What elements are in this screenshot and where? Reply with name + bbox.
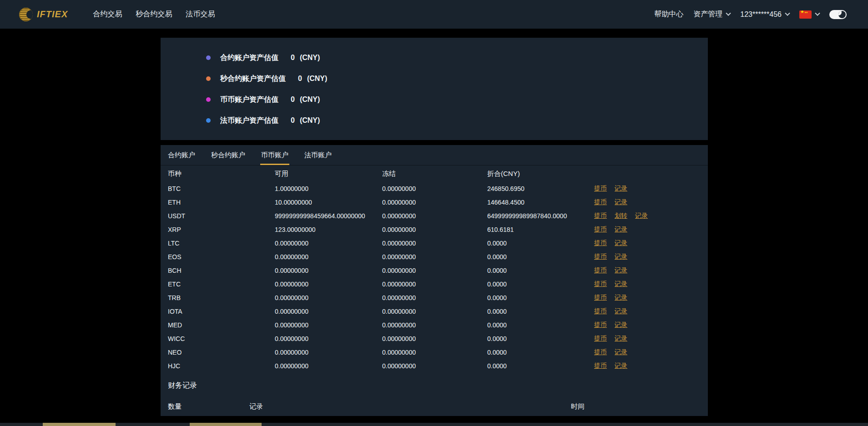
- withdraw-link[interactable]: 提币: [594, 212, 607, 220]
- tab-coin-account[interactable]: 币币账户: [261, 145, 288, 165]
- record-link[interactable]: 记录: [615, 307, 627, 316]
- coin-name: XRP: [168, 226, 275, 233]
- available-value: 0.00000000: [275, 349, 382, 356]
- withdraw-link[interactable]: 提币: [594, 185, 607, 193]
- available-value: 123.00000000: [275, 226, 382, 233]
- assets-menu[interactable]: 资产管理: [693, 10, 730, 19]
- coin-name: IOTA: [168, 308, 275, 315]
- records-header-amount: 数量: [168, 402, 249, 411]
- coin-name: ETH: [168, 199, 275, 206]
- withdraw-link[interactable]: 提币: [594, 226, 607, 234]
- coin-logo-icon: [19, 8, 33, 21]
- cny-value: 0.0000: [487, 281, 594, 288]
- table-row: BTC 1.00000000 0.00000000 246850.6950 提币…: [168, 182, 701, 195]
- fiat-account-dot-icon: [206, 118, 211, 123]
- frozen-value: 0.00000000: [382, 294, 487, 301]
- row-actions: 提币 记录: [594, 362, 701, 370]
- withdraw-link[interactable]: 提币: [594, 198, 607, 206]
- record-link[interactable]: 记录: [615, 362, 627, 370]
- assets-menu-label: 资产管理: [693, 10, 722, 19]
- main-nav: 合约交易 秒合约交易 法币交易: [93, 10, 215, 19]
- frozen-value: 0.00000000: [382, 240, 487, 247]
- summary-row-fiat: 法币账户资产估值 0 (CNY): [206, 110, 708, 131]
- table-row: XRP 123.00000000 0.00000000 610.6181 提币 …: [168, 223, 701, 236]
- coin-account-value: 0: [291, 95, 295, 104]
- frozen-value: 0.00000000: [382, 226, 487, 233]
- table-row: HJC 0.00000000 0.00000000 0.0000 提币 记录: [168, 359, 701, 373]
- withdraw-link[interactable]: 提币: [594, 321, 607, 329]
- header-coin: 币种: [168, 170, 275, 178]
- row-actions: 提币 记录: [594, 280, 701, 288]
- table-row: USDT 99999999998459664.00000000 0.000000…: [168, 209, 701, 223]
- withdraw-link[interactable]: 提币: [594, 280, 607, 288]
- cny-value: 146648.4500: [487, 199, 594, 206]
- header-cny: 折合(CNY): [487, 170, 594, 178]
- nav-item-second-contract-trade[interactable]: 秒合约交易: [136, 10, 172, 19]
- page: IFTIEX 合约交易 秒合约交易 法币交易 帮助中心 资产管理 123****…: [0, 0, 868, 426]
- coin-name: USDT: [168, 212, 275, 220]
- frozen-value: 0.00000000: [382, 185, 487, 192]
- record-link[interactable]: 记录: [615, 348, 627, 356]
- frozen-value: 0.00000000: [382, 212, 487, 220]
- withdraw-link[interactable]: 提币: [594, 266, 607, 275]
- row-actions: 提币 记录: [594, 185, 701, 193]
- frozen-value: 0.00000000: [382, 349, 487, 356]
- second-contract-value: 0: [298, 75, 302, 83]
- frozen-value: 0.00000000: [382, 308, 487, 315]
- withdraw-link[interactable]: 提币: [594, 362, 607, 370]
- contract-dot-icon: [206, 55, 211, 60]
- tab-contract-account[interactable]: 合约账户: [168, 145, 195, 165]
- record-link[interactable]: 记录: [615, 266, 627, 275]
- wallet-rows: BTC 1.00000000 0.00000000 246850.6950 提币…: [168, 182, 701, 373]
- chevron-down-icon: [726, 10, 731, 15]
- nav-item-contract-trade[interactable]: 合约交易: [93, 10, 122, 19]
- frozen-value: 0.00000000: [382, 267, 487, 274]
- cny-value: 610.6181: [487, 226, 594, 233]
- coin-name: HJC: [168, 362, 275, 370]
- theme-toggle[interactable]: [829, 10, 847, 19]
- record-link[interactable]: 记录: [615, 335, 627, 343]
- nav-item-fiat-trade[interactable]: 法币交易: [186, 10, 215, 19]
- record-link[interactable]: 记录: [615, 294, 627, 302]
- record-link[interactable]: 记录: [615, 239, 627, 247]
- row-actions: 提币 记录: [594, 294, 701, 302]
- withdraw-link[interactable]: 提币: [594, 239, 607, 247]
- withdraw-link[interactable]: 提币: [594, 335, 607, 343]
- record-link[interactable]: 记录: [615, 185, 627, 193]
- language-selector[interactable]: ★ ★★: [799, 10, 819, 19]
- available-value: 0.00000000: [275, 335, 382, 342]
- summary-row-coin: 币币账户资产估值 0 (CNY): [206, 89, 708, 110]
- transfer-link[interactable]: 划转: [615, 212, 627, 220]
- record-link[interactable]: 记录: [615, 253, 627, 261]
- available-value: 0.00000000: [275, 281, 382, 288]
- record-link[interactable]: 记录: [635, 212, 648, 220]
- withdraw-link[interactable]: 提币: [594, 348, 607, 356]
- cny-value: 0.0000: [487, 321, 594, 329]
- record-link[interactable]: 记录: [615, 321, 627, 329]
- record-link[interactable]: 记录: [615, 280, 627, 288]
- table-row: IOTA 0.00000000 0.00000000 0.0000 提币 记录: [168, 305, 701, 318]
- available-value: 10.00000000: [275, 199, 382, 206]
- withdraw-link[interactable]: 提币: [594, 307, 607, 316]
- record-link[interactable]: 记录: [615, 198, 627, 206]
- coin-name: MED: [168, 321, 275, 329]
- table-row: ETH 10.00000000 0.00000000 146648.4500 提…: [168, 195, 701, 209]
- row-actions: 提币 记录: [594, 335, 701, 343]
- help-center-link[interactable]: 帮助中心: [654, 10, 683, 19]
- tab-second-contract-account[interactable]: 秒合约账户: [211, 145, 245, 165]
- frozen-value: 0.00000000: [382, 199, 487, 206]
- tab-fiat-account[interactable]: 法币账户: [304, 145, 332, 165]
- table-row: EOS 0.00000000 0.00000000 0.0000 提币 记录: [168, 250, 701, 264]
- logo[interactable]: IFTIEX: [19, 8, 68, 21]
- records-header-record: 记录: [249, 402, 571, 411]
- frozen-value: 0.00000000: [382, 253, 487, 261]
- account-menu[interactable]: 123******456: [740, 10, 789, 19]
- record-link[interactable]: 记录: [615, 226, 627, 234]
- withdraw-link[interactable]: 提币: [594, 253, 607, 261]
- withdraw-link[interactable]: 提币: [594, 294, 607, 302]
- wallet-table: 币种 可用 冻结 折合(CNY) BTC 1.00000000 0.000000…: [161, 165, 708, 373]
- chevron-down-icon: [785, 10, 790, 15]
- frozen-value: 0.00000000: [382, 321, 487, 329]
- available-value: 0.00000000: [275, 321, 382, 329]
- cny-value: 246850.6950: [487, 185, 594, 192]
